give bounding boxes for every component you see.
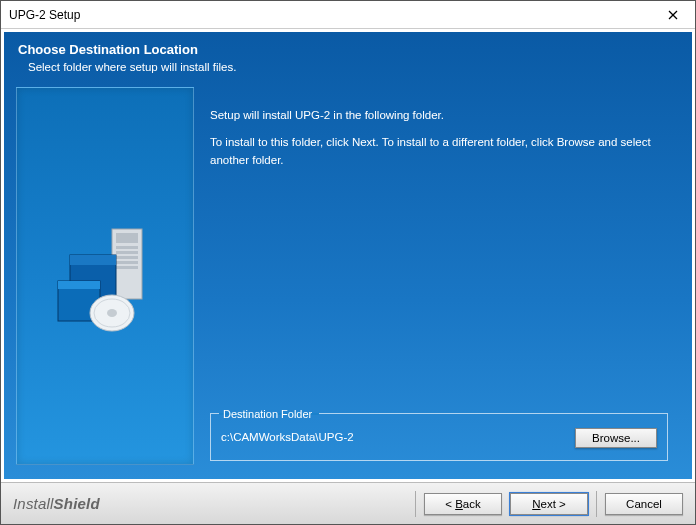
browse-button[interactable]: Browse... xyxy=(575,428,657,448)
cancel-button[interactable]: Cancel xyxy=(605,493,683,515)
next-button[interactable]: Next > xyxy=(510,493,588,515)
svg-point-15 xyxy=(107,309,117,317)
svg-rect-4 xyxy=(116,246,138,249)
destination-path: c:\CAMWorksData\UPG-2 xyxy=(221,429,565,446)
next-key: N xyxy=(532,498,540,510)
back-rest: ack xyxy=(463,498,481,510)
svg-rect-3 xyxy=(116,233,138,243)
next-rest: ext > xyxy=(541,498,566,510)
brand-text-bold: Shield xyxy=(54,495,100,512)
page-header: Choose Destination Location Select folde… xyxy=(4,32,692,87)
svg-rect-8 xyxy=(116,266,138,269)
back-button[interactable]: < Back xyxy=(424,493,502,515)
titlebar: UPG-2 Setup xyxy=(1,1,695,29)
installer-graphic-icon xyxy=(40,211,170,341)
brand-text-light: Install xyxy=(13,495,54,512)
installer-window: UPG-2 Setup Choose Destination Location … xyxy=(0,0,696,525)
svg-rect-5 xyxy=(116,251,138,254)
install-folder-text: Setup will install UPG-2 in the followin… xyxy=(210,107,668,124)
back-key: B xyxy=(455,498,463,510)
close-button[interactable] xyxy=(653,2,693,28)
destination-folder-legend: Destination Folder xyxy=(219,406,316,423)
spacer xyxy=(210,179,668,413)
svg-rect-10 xyxy=(70,255,116,265)
body-area: Setup will install UPG-2 in the followin… xyxy=(204,87,680,465)
destination-folder-group: Destination Folder c:\CAMWorksData\UPG-2… xyxy=(210,413,668,461)
back-prefix: < xyxy=(445,498,455,510)
install-instructions-text: To install to this folder, click Next. T… xyxy=(210,134,668,169)
window-title: UPG-2 Setup xyxy=(9,8,80,22)
svg-rect-7 xyxy=(116,261,138,264)
content-panel: Choose Destination Location Select folde… xyxy=(4,32,692,479)
page-subtitle: Select folder where setup will install f… xyxy=(18,61,678,73)
page-title: Choose Destination Location xyxy=(18,42,678,57)
footer-divider xyxy=(415,491,416,517)
close-icon xyxy=(668,10,678,20)
body-text: Setup will install UPG-2 in the followin… xyxy=(210,107,668,179)
main-row: Setup will install UPG-2 in the followin… xyxy=(4,87,692,479)
content-wrap: Choose Destination Location Select folde… xyxy=(1,29,695,482)
footer-divider-2 xyxy=(596,491,597,517)
sidebar-graphic xyxy=(16,87,194,465)
svg-rect-6 xyxy=(116,256,138,259)
svg-rect-12 xyxy=(58,281,100,289)
installshield-brand: InstallShield xyxy=(13,495,100,512)
footer: InstallShield < Back Next > Cancel xyxy=(1,482,695,524)
